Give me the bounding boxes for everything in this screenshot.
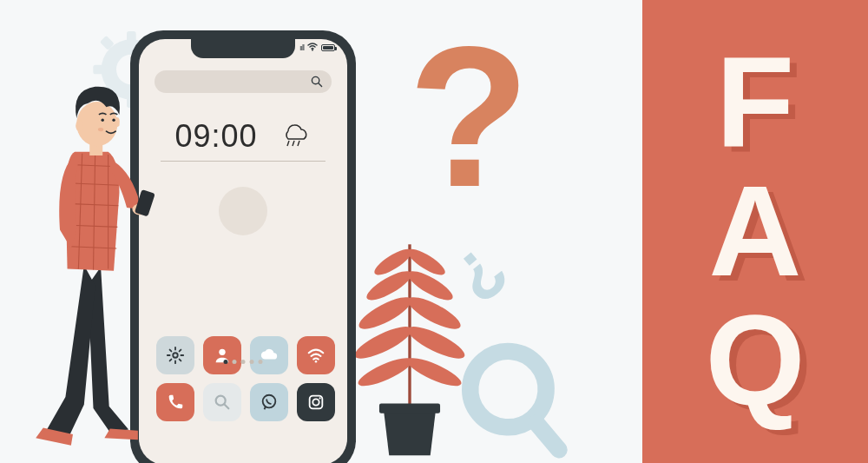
battery-icon <box>321 44 335 51</box>
person-illustration <box>17 63 182 462</box>
search-icon <box>311 76 323 88</box>
wifi-app[interactable] <box>297 336 335 374</box>
svg-line-40 <box>225 405 229 409</box>
cloud-app[interactable] <box>250 336 288 374</box>
svg-point-41 <box>263 395 276 408</box>
wifi-icon <box>306 346 326 365</box>
search-app[interactable] <box>203 383 241 421</box>
faq-letter-q: Q <box>705 300 805 422</box>
magnifier-icon <box>460 321 608 463</box>
svg-point-58 <box>101 119 103 122</box>
weather-rain-icon <box>279 117 312 155</box>
svg-point-27 <box>355 353 415 391</box>
svg-line-34 <box>293 141 294 146</box>
question-mark-large-icon: ? <box>408 17 530 217</box>
faq-letter-a: A <box>709 170 802 293</box>
status-bar: ııll <box>299 43 335 53</box>
svg-point-28 <box>404 353 464 391</box>
faq-letter-f: F <box>716 42 794 164</box>
svg-point-57 <box>76 120 83 131</box>
phone-notch <box>191 39 295 58</box>
clock-time: 09:00 <box>174 118 257 155</box>
clock-widget: 09:00 <box>161 117 326 162</box>
svg-point-60 <box>98 128 103 131</box>
whatsapp-icon <box>260 393 279 412</box>
svg-point-44 <box>319 397 320 399</box>
whatsapp-app[interactable] <box>250 383 288 421</box>
instagram-app[interactable] <box>297 383 335 421</box>
page-indicator <box>224 360 263 364</box>
svg-point-43 <box>312 399 319 405</box>
svg-line-33 <box>287 141 289 146</box>
svg-rect-54 <box>135 189 155 216</box>
svg-point-31 <box>312 76 319 83</box>
search-icon <box>213 393 232 412</box>
svg-line-35 <box>298 141 299 146</box>
svg-rect-2 <box>127 31 136 45</box>
svg-point-30 <box>312 49 313 50</box>
svg-line-17 <box>536 423 559 450</box>
svg-point-37 <box>219 349 225 355</box>
wifi-status-icon <box>307 43 318 53</box>
svg-point-59 <box>112 119 115 122</box>
instagram-icon <box>306 393 326 412</box>
decorative-circle <box>219 187 267 235</box>
svg-rect-29 <box>379 403 440 413</box>
faq-panel: F A Q <box>642 0 868 463</box>
app-grid <box>156 336 330 421</box>
signal-icon: ııll <box>299 43 304 52</box>
svg-point-38 <box>315 360 318 363</box>
svg-line-32 <box>319 83 322 87</box>
contacts-app[interactable] <box>203 336 241 374</box>
plant-illustration <box>353 235 466 460</box>
